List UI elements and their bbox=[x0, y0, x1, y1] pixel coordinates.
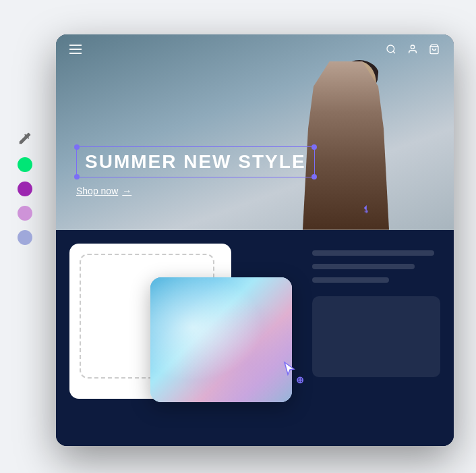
arrow-cursor bbox=[283, 361, 295, 379]
swatch-purple[interactable] bbox=[18, 182, 32, 196]
shop-now-link[interactable]: Shop now → bbox=[76, 186, 315, 196]
content-line-2 bbox=[312, 264, 415, 269]
swatch-periwinkle[interactable] bbox=[18, 230, 32, 245]
eyedropper-icon[interactable] bbox=[16, 129, 34, 148]
svg-point-0 bbox=[387, 45, 394, 53]
card-blue[interactable] bbox=[150, 277, 292, 402]
shop-now-arrow: → bbox=[122, 186, 131, 196]
hero-title-box: SUMMER NEW STYLE bbox=[76, 146, 315, 177]
svg-line-1 bbox=[393, 51, 395, 53]
nav-icons bbox=[385, 43, 440, 55]
content-rect bbox=[312, 296, 440, 377]
card-blue-inner bbox=[150, 277, 292, 402]
handle-top-left bbox=[74, 144, 80, 150]
hero-title: SUMMER NEW STYLE bbox=[85, 151, 306, 173]
content-line-3 bbox=[312, 277, 389, 283]
content-line-1 bbox=[312, 250, 434, 256]
svg-point-2 bbox=[411, 45, 414, 49]
right-content bbox=[312, 244, 440, 433]
cart-icon[interactable] bbox=[428, 43, 440, 55]
navbar bbox=[56, 34, 454, 64]
hero-section: SUMMER NEW STYLE Shop now → ⊕ bbox=[56, 34, 454, 230]
hamburger-menu[interactable] bbox=[69, 45, 82, 54]
swatch-lavender[interactable] bbox=[18, 206, 32, 221]
main-container: SUMMER NEW STYLE Shop now → ⊕ bbox=[16, 21, 460, 453]
handle-top-right bbox=[311, 144, 317, 150]
swatch-green[interactable] bbox=[18, 157, 32, 172]
hero-content: SUMMER NEW STYLE Shop now → bbox=[76, 146, 315, 196]
model-figure bbox=[278, 55, 413, 230]
bottom-panel: ⊕ bbox=[56, 230, 454, 446]
model-body bbox=[292, 61, 400, 230]
search-icon[interactable] bbox=[385, 43, 397, 55]
crosshair-icon: ⊕ bbox=[296, 374, 304, 385]
handle-bottom-left bbox=[74, 174, 80, 179]
browser-window: SUMMER NEW STYLE Shop now → ⊕ bbox=[56, 34, 454, 446]
handle-bottom-right bbox=[311, 174, 317, 179]
user-icon[interactable] bbox=[407, 43, 419, 55]
color-palette bbox=[16, 129, 34, 245]
shop-now-text: Shop now bbox=[76, 186, 118, 196]
